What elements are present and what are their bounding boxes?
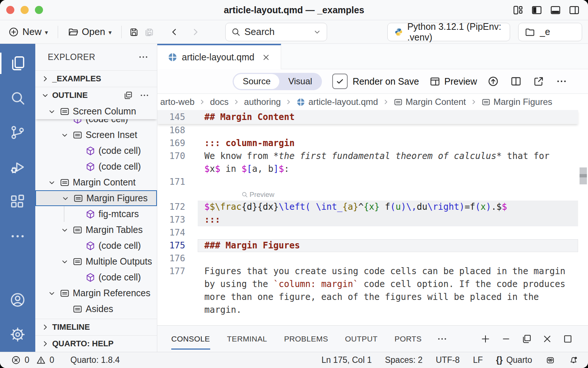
breadcrumb-item[interactable]: arto-web [160,97,194,107]
outline-item[interactable]: (code cell) [35,119,157,127]
panel-right-icon[interactable] [569,4,580,16]
section-examples[interactable]: _EXAMPLES [35,70,157,87]
forward-icon[interactable] [190,26,200,38]
back-icon[interactable] [169,26,179,38]
panel-bottom-icon[interactable] [550,4,561,16]
panel-tab-ports[interactable]: PORTS [395,326,422,352]
toggle-source[interactable]: Source [234,74,279,89]
encoding-status[interactable]: UTF-8 [436,355,460,365]
save-all-icon[interactable] [144,26,154,38]
language-mode-status[interactable]: {} Quarto [496,355,532,365]
outline-item[interactable]: (code cell) [35,238,157,254]
section-timeline[interactable]: TIMELINE [35,319,157,335]
activity-source-control[interactable] [0,115,35,150]
save-icon[interactable] [129,26,139,38]
workspace-selector[interactable]: _e [518,23,582,41]
outline-item[interactable]: Screen Column [35,103,157,119]
outline-item[interactable]: Margin Content [35,174,157,190]
open-external-icon[interactable] [533,75,545,87]
feedback-icon[interactable] [545,355,555,365]
code-line[interactable]: 169::: column-margin [157,137,578,150]
collapse-all-icon[interactable] [123,90,133,100]
code-line[interactable]: 177Figures that you create using code ce… [157,265,578,278]
panel-tab-output[interactable]: OUTPUT [345,326,378,352]
code-line[interactable]: more than one figure, each of the figure… [157,291,578,304]
breadcrumb-item[interactable]: Margin Content [394,97,466,107]
code-line[interactable]: 175### Margin Figures [157,239,578,252]
close-icon[interactable] [542,333,553,344]
code-line[interactable]: 170We know from *the first fundamental t… [157,150,578,163]
code-lens[interactable]: Preview [157,188,578,201]
minimize-icon[interactable] [501,333,512,344]
outline-item[interactable]: Margin References [35,285,157,301]
more-icon[interactable] [437,333,448,344]
breadcrumb-item[interactable]: Margin Figures [481,97,552,107]
python-interpreter-selector[interactable]: Python 3.12.1 (PipEnv: .venv) [387,23,510,41]
editor-scrollbar[interactable] [580,167,587,184]
code-line[interactable]: 176 [157,252,578,265]
code-line[interactable]: by using the `column: margin` code cell … [157,278,578,291]
new-button[interactable]: New ▾ [6,25,50,39]
breadcrumb-item[interactable]: docs [210,97,229,107]
layout-icon[interactable] [512,4,524,16]
activity-more[interactable] [0,219,35,254]
outline-item[interactable]: fig-mtcars [35,206,157,222]
code-line[interactable]: 171 [157,176,578,188]
outline-item[interactable]: Screen Inset [35,127,157,143]
more-icon[interactable] [139,90,150,100]
code-line[interactable]: 174 [157,226,578,239]
outline-item[interactable]: (code cell) [35,159,157,174]
outline-item[interactable]: (code cell) [35,143,157,159]
open-button[interactable]: Open ▾ [65,25,114,39]
code-line[interactable]: 173::: [157,213,578,226]
activity-search[interactable] [0,81,35,115]
code-editor[interactable]: 145## Margin Content168169::: column-mar… [157,110,588,325]
breadcrumb-item[interactable]: article-layout.qmd [296,97,378,107]
code-line[interactable]: $x$ in $[a, b]$: [157,163,578,176]
panel-tab-console[interactable]: CONSOLE [171,326,210,352]
panel-tab-problems[interactable]: PROBLEMS [284,326,328,352]
activity-run-debug[interactable] [0,150,35,184]
preview-button[interactable]: Preview [429,76,477,87]
code-line[interactable]: 172$$\frac{d}{dx}\left( \int_{a}^{x} f(u… [157,201,578,213]
split-editor-icon[interactable] [510,75,522,87]
publish-icon[interactable] [487,75,499,87]
outline-item[interactable]: Multiple Outputs [35,254,157,269]
more-icon[interactable] [138,52,149,63]
section-outline[interactable]: OUTLINE [35,87,157,103]
breadcrumb-item[interactable]: authoring [244,97,281,107]
outline-item[interactable]: Margin Tables [35,222,157,238]
bell-icon[interactable] [569,355,578,365]
search-input[interactable]: Search [225,23,327,41]
restore-icon[interactable] [521,333,532,344]
chevron-down-icon[interactable] [313,28,322,36]
indentation-status[interactable]: Spaces: 2 [385,355,422,365]
eol-status[interactable]: LF [473,355,483,365]
minimize-window-button[interactable] [21,6,29,14]
code-line[interactable]: 168 [157,124,578,137]
outline-item[interactable]: Margin Figures [35,190,157,206]
zoom-window-button[interactable] [35,6,43,14]
activity-extensions[interactable] [0,184,35,219]
outline-item[interactable]: Asides [35,301,157,317]
panel-tab-terminal[interactable]: TERMINAL [227,326,267,352]
more-icon[interactable] [556,75,567,87]
activity-files[interactable] [0,46,35,81]
cursor-position-status[interactable]: Ln 175, Col 1 [322,355,372,365]
close-window-button[interactable] [6,6,14,14]
code-line[interactable]: 145## Margin Content [157,110,578,124]
activity-gear[interactable] [0,317,35,352]
render-on-save-checkbox[interactable]: Render on Save [332,74,419,89]
problems-status[interactable]: 0 0 [11,355,54,365]
section-quarto-help[interactable]: QUARTO: HELP [35,335,157,352]
maximize-icon[interactable] [562,333,573,344]
outline-item[interactable]: (code cell) [35,269,157,285]
quarto-version-status[interactable]: Quarto: 1.8.4 [71,355,120,365]
activity-account[interactable] [0,283,35,317]
code-line[interactable]: margin. [157,304,578,316]
toggle-visual[interactable]: Visual [279,74,321,89]
panel-left-icon[interactable] [531,4,542,16]
close-icon[interactable] [262,53,270,62]
add-icon[interactable] [480,333,491,344]
tab-article-layout[interactable]: article-layout.qmd [157,44,281,69]
